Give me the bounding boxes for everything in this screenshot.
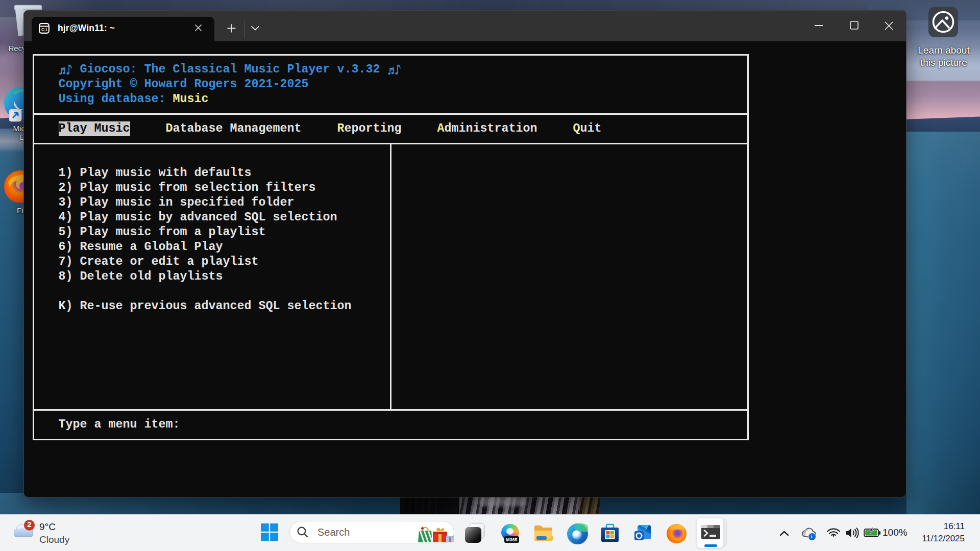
svg-text:C:\: C:\ [41, 27, 47, 32]
